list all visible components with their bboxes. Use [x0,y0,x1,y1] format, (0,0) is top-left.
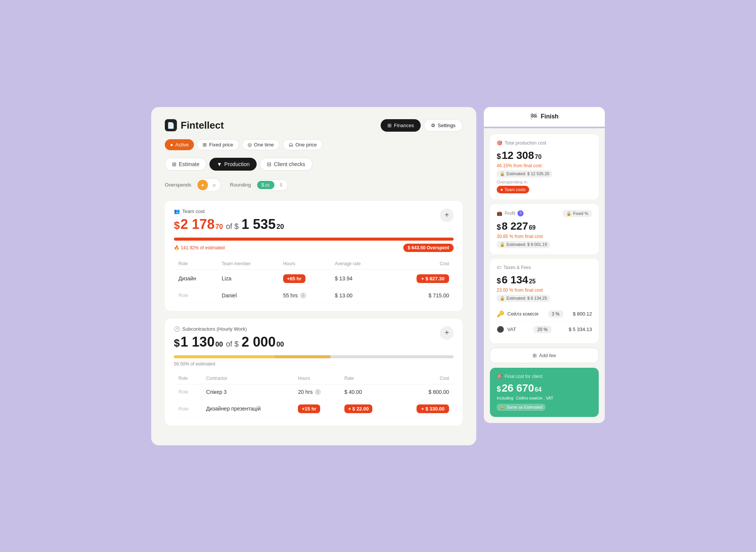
subcontractors-title: 🕐 Subcontractors (Hourly Work) [174,326,284,332]
contractor-cell: Дизайнер презентацій [201,400,293,418]
hours-cell: +65 hr [279,269,330,288]
vat-pct: 20 % [533,326,551,333]
fixed-price-icon: ⊞ [203,142,207,148]
same-estimated-badge: 🔒 Same as Estimated [497,404,545,411]
team-cost-decimal: 70 [215,223,223,231]
vat-icon: ⚫ [497,326,504,333]
lock-icon: 🔒 [500,171,505,176]
role-empty-cell: Role [174,384,201,400]
final-decimal: 64 [535,386,542,393]
rounding-cc-btn[interactable]: $.cc [257,181,274,189]
team-cost-table-header: Role Team member Hours Average rate Cost [174,258,454,270]
profit-amount: 8 227 [502,220,528,232]
col-team-member: Team member [217,258,279,270]
rounding-toggle: $.cc $ [256,179,288,191]
sub-table: Role Contractor Hours Rate Cost Role Спі… [174,373,454,418]
one-time-icon: ◎ [248,142,252,148]
finish-icon: 🏁 [530,113,538,120]
fixed-pct-badge: 🔒 Fixed % [562,210,592,217]
add-fee-button[interactable]: ⊞ Add fee [490,348,599,363]
hours-badge: +15 hr [298,404,320,413]
total-decimal: 70 [535,154,542,160]
info-icon: i [315,389,321,395]
one-price-icon: 🗂 [288,142,293,148]
sub-progress-bar [174,355,454,358]
overspends-row: Overspends ● ⌀ Rounding $.cc $ [165,178,463,192]
client-checks-icon: ⊟ [267,161,271,167]
overspends-label: Overspends [165,182,191,188]
tab-production[interactable]: ▼ Production [209,158,257,171]
taxes-title: 🏷 Taxes & Fees [497,265,592,270]
total-production-title: 🎯 Total production cost [497,140,592,146]
col-cost: Cost [387,258,454,270]
profit-title: 💼 Profit ? [497,210,524,216]
tag-fixed-price[interactable]: ⊞ Fixed price [197,139,239,150]
sub-decimal: 00 [215,341,223,348]
vat-name: ⚫ VAT [497,326,516,333]
settings-button[interactable]: ⚙ Settings [424,119,463,132]
lock-icon: 🔒 [500,296,505,301]
logo-icon: 📄 [165,119,177,131]
table-row: Role Дизайнер презентацій +15 hr + $ 22.… [174,400,454,418]
col-role: Role [174,373,201,384]
tag-active[interactable]: ● Active [165,139,194,150]
tag-one-time[interactable]: ◎ One time [242,139,280,150]
finish-label: Finish [541,113,558,120]
team-costs-dot: ● [500,187,503,192]
total-percent: 46.15% from final cost [497,163,592,168]
left-panel: 📄 Fintellect ⊞ Finances ⚙ Settings ● Act… [151,107,476,445]
rate-cell: $ 13.94 [330,269,387,288]
col-hours: Hours [279,258,330,270]
profit-icon: 💼 [497,211,502,216]
team-cost-progress-bar [174,238,454,241]
lock-icon-final: 🔒 [500,405,505,410]
subcontractors-left: 🕐 Subcontractors (Hourly Work) $ 1 130 0… [174,326,284,350]
team-cost-table: Role Team member Hours Average rate Cost… [174,258,454,303]
nav-tabs: ⊞ Estimate ▼ Production ⊟ Client checks [165,158,463,171]
rounding-label: Rounding [230,182,251,188]
hours-cell: 55 hrs i [279,288,330,303]
finish-bar[interactable]: 🏁 Finish [484,107,605,127]
team-cost-amount: 2 178 [181,216,215,232]
finances-button[interactable]: ⊞ Finances [381,119,421,132]
final-including: Including Сейлз комісія , VAT [497,396,592,400]
tab-estimate[interactable]: ⊞ Estimate [165,158,206,171]
profit-card: 💼 Profit ? 🔒 Fixed % $ 8 227 69 30.85 % … [490,204,599,254]
team-cost-progress-fill [174,238,454,241]
info-icon: i [300,292,306,299]
status-tags: ● Active ⊞ Fixed price ◎ One time 🗂 One … [165,139,463,150]
role-empty-cell: Role [174,288,217,303]
team-cost-of: of $ [226,222,239,231]
team-cost-target-decimal: 20 [276,223,284,231]
seg-gray [330,355,454,358]
contractor-cell: Спікер 3 [201,384,293,400]
finances-icon: ⊞ [387,123,392,128]
rate-cell: + $ 22.00 [340,400,393,418]
vat-value: $ 5 334.13 [569,327,592,332]
hours-cell: 20 hrs i [293,384,340,400]
header-buttons: ⊞ Finances ⚙ Settings [381,119,463,132]
tag-one-price[interactable]: 🗂 One price [283,139,322,150]
member-cell: Liza [217,269,279,288]
rounding-dollar-btn[interactable]: $ [275,181,287,189]
taxes-percent: 23.00 % from final cost [497,288,592,293]
final-amount: 26 670 [502,382,534,394]
team-cost-overspent-badge: $ 643.50 Overspent [403,244,454,252]
team-cost-progress-label: 🔥 141.92% of estimated [174,245,225,250]
subcontractors-add-btn[interactable]: + [440,326,454,340]
col-hours: Hours [293,373,340,384]
col-avg-rate: Average rate [330,258,387,270]
role-empty-cell: Role [174,400,201,418]
table-row: Role Спікер 3 20 hrs i $ 40.00 $ 800.00 [174,384,454,400]
overspends-toggle-on[interactable]: ● [197,180,208,190]
header-area: 📄 Fintellect ⊞ Finances ⚙ Settings [165,119,463,132]
cost-cell: $ 715.00 [387,288,454,303]
final-including-items: Сейлз комісія , VAT [516,396,553,400]
tab-client-checks[interactable]: ⊟ Client checks [260,158,312,171]
overspends-toggle-off[interactable]: ⌀ [209,180,219,190]
team-cost-add-btn[interactable]: + [440,208,454,222]
hours-cell: +15 hr [293,400,340,418]
hours-badge: +65 hr [283,274,305,283]
team-cost-section: 👥 Team cost $ 2 178 70 of $ 1 535 20 + [165,201,463,311]
rate-badge: + $ 22.00 [344,404,373,413]
